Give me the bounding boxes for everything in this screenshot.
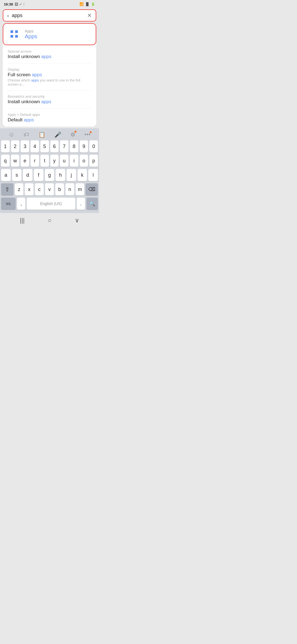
result-category-4: Apps > Default apps xyxy=(8,113,91,117)
key-a[interactable]: a xyxy=(1,169,11,181)
key-x[interactable]: x xyxy=(25,183,34,195)
nav-back-button[interactable]: ||| xyxy=(20,217,24,224)
key-9[interactable]: 9 xyxy=(80,140,88,152)
keyboard-more-button[interactable]: ••• xyxy=(84,132,90,138)
key-m[interactable]: m xyxy=(76,183,84,195)
key-8[interactable]: 8 xyxy=(70,140,78,152)
keyboard-row-asdf: a s d f g h j k l xyxy=(1,169,98,181)
key-z[interactable]: z xyxy=(15,183,24,195)
result-item-fullscreen[interactable]: Display Full screen apps Choose which ap… xyxy=(3,64,96,90)
keyboard-row-bottom: !#1 , English (US) . 🔍 xyxy=(1,198,98,210)
status-time: 16:38 xyxy=(4,2,13,6)
key-c[interactable]: c xyxy=(35,183,44,195)
mic-button[interactable]: 🎤 xyxy=(54,131,61,138)
back-button[interactable]: ‹ xyxy=(7,12,9,19)
search-bar: ‹ ✕ xyxy=(3,9,96,21)
highlight-1: apps xyxy=(41,54,51,59)
apps-category: Apps xyxy=(25,29,37,33)
key-k[interactable]: k xyxy=(78,169,87,181)
key-d[interactable]: d xyxy=(23,169,32,181)
key-l[interactable]: l xyxy=(88,169,98,181)
key-h[interactable]: h xyxy=(56,169,65,181)
keyboard-row-qwerty: q w e r t y u i o p xyxy=(1,155,98,167)
key-e[interactable]: e xyxy=(21,155,29,167)
key-3[interactable]: 3 xyxy=(21,140,29,152)
key-y[interactable]: y xyxy=(50,155,59,167)
key-r[interactable]: r xyxy=(31,155,39,167)
highlight-2: apps xyxy=(32,72,42,77)
wifi-icon: 📶 xyxy=(79,2,84,6)
status-left-icons: 🖼 ✓ ⁝ xyxy=(15,2,24,6)
result-title-3: Install unknown apps xyxy=(8,99,91,105)
clear-button[interactable]: ✕ xyxy=(87,12,92,19)
keyboard: ☺ 🏷 📋 🎤 ⚙ ••• 1 2 3 4 5 6 7 8 9 0 q w e … xyxy=(0,128,99,213)
clipboard-button[interactable]: 📋 xyxy=(38,131,45,138)
highlight-3: apps xyxy=(41,99,51,104)
keyboard-toolbar: ☺ 🏷 📋 🎤 ⚙ ••• xyxy=(1,130,98,140)
key-0[interactable]: 0 xyxy=(89,140,98,152)
key-u[interactable]: u xyxy=(60,155,68,167)
key-4[interactable]: 4 xyxy=(31,140,39,152)
result-item-default-apps[interactable]: Apps > Default apps Default apps xyxy=(3,109,96,127)
result-title-2: Full screen apps xyxy=(8,72,91,78)
result-item-apps[interactable]: Apps Apps xyxy=(3,23,96,45)
result-category-2: Display xyxy=(8,67,91,72)
space-key[interactable]: English (US) xyxy=(27,198,75,210)
key-j[interactable]: j xyxy=(67,169,76,181)
nav-recent-button[interactable]: ∨ xyxy=(75,217,79,224)
apps-label: Apps Apps xyxy=(25,29,37,40)
key-b[interactable]: b xyxy=(55,183,64,195)
search-key[interactable]: 🔍 xyxy=(86,198,98,210)
comma-key[interactable]: , xyxy=(17,198,25,210)
signal-icon: ▐▌ xyxy=(85,2,90,6)
result-title-4: Default apps xyxy=(8,117,91,123)
status-bar: 16:38 🖼 ✓ ⁝ 📶 ▐▌ 🔋 xyxy=(0,0,99,8)
nav-bar: ||| ○ ∨ xyxy=(0,214,99,228)
result-title-1: Install unknown apps xyxy=(8,54,91,59)
search-input[interactable] xyxy=(12,13,84,18)
check-icon: ✓ xyxy=(19,2,22,6)
keyboard-settings-button[interactable]: ⚙ xyxy=(70,131,75,138)
emoji-button[interactable]: ☺ xyxy=(9,131,15,138)
sticker-button[interactable]: 🏷 xyxy=(24,132,29,138)
symbol-key[interactable]: !#1 xyxy=(1,198,16,210)
key-g[interactable]: g xyxy=(45,169,54,181)
backspace-key[interactable]: ⌫ xyxy=(86,183,98,195)
status-right-icons: 📶 ▐▌ 🔋 xyxy=(79,2,95,6)
key-6[interactable]: 6 xyxy=(50,140,59,152)
key-s[interactable]: s xyxy=(12,169,22,181)
result-category-3: Biometrics and security xyxy=(8,94,91,99)
key-2[interactable]: 2 xyxy=(11,140,20,152)
key-w[interactable]: w xyxy=(11,155,20,167)
key-i[interactable]: i xyxy=(70,155,78,167)
key-1[interactable]: 1 xyxy=(1,140,10,152)
result-category-1: Special access xyxy=(8,49,91,53)
highlight-sub-2: apps xyxy=(31,78,39,82)
key-t[interactable]: t xyxy=(40,155,49,167)
search-results: Apps Apps Special access Install unknown… xyxy=(3,23,96,127)
apps-icon xyxy=(8,28,20,40)
image-icon: 🖼 xyxy=(15,2,18,6)
nav-home-button[interactable]: ○ xyxy=(48,217,51,224)
key-5[interactable]: 5 xyxy=(40,140,49,152)
battery-icon: 🔋 xyxy=(91,2,95,6)
key-o[interactable]: o xyxy=(80,155,88,167)
highlight-4: apps xyxy=(24,117,34,122)
shift-key[interactable]: ⇧ xyxy=(1,183,13,195)
result-item-install-unknown-2[interactable]: Biometrics and security Install unknown … xyxy=(3,91,96,108)
key-q[interactable]: q xyxy=(1,155,10,167)
result-item-install-unknown-1[interactable]: Special access Install unknown apps xyxy=(3,45,96,63)
key-7[interactable]: 7 xyxy=(60,140,68,152)
dots-icon: ⁝ xyxy=(23,2,24,6)
period-key[interactable]: . xyxy=(77,198,85,210)
key-f[interactable]: f xyxy=(34,169,43,181)
key-p[interactable]: p xyxy=(89,155,98,167)
key-v[interactable]: v xyxy=(45,183,54,195)
key-n[interactable]: n xyxy=(65,183,74,195)
keyboard-row-zxcv: ⇧ z x c v b n m ⌫ xyxy=(1,183,98,195)
result-subtitle-2: Choose which apps you want to use in the… xyxy=(8,78,91,86)
keyboard-row-numbers: 1 2 3 4 5 6 7 8 9 0 xyxy=(1,140,98,152)
apps-title: Apps xyxy=(25,33,37,40)
